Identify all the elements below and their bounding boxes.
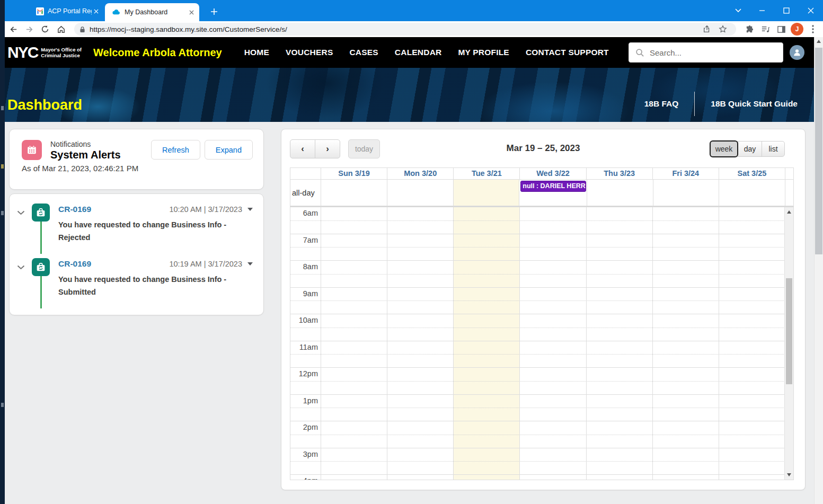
calendar-hour-row: 4pm — [290, 475, 785, 480]
calendar-grid-cell — [387, 288, 453, 314]
back-icon[interactable] — [5, 22, 21, 36]
expand-button[interactable]: Expand — [205, 140, 253, 160]
page-scrollbar[interactable] — [814, 37, 823, 504]
minimize-window-button[interactable] — [750, 0, 774, 21]
nav-item-home[interactable]: HOME — [244, 48, 269, 57]
calendar-scrollbar[interactable] — [784, 207, 793, 480]
bookmark-star-icon[interactable] — [715, 22, 731, 36]
calendar-event[interactable]: null : DARIEL HERR — [520, 181, 586, 192]
browser-menu-kebab-icon[interactable] — [805, 22, 821, 36]
calendar-grid-cell — [321, 421, 387, 448]
scrollbar-thumb[interactable] — [815, 48, 822, 254]
extensions-puzzle-icon[interactable] — [741, 22, 757, 36]
scroll-up-icon[interactable] — [817, 40, 821, 43]
calendar-grid-cell — [387, 395, 453, 421]
calendar-grid-cell — [719, 395, 785, 421]
page-title: Dashboard — [7, 97, 82, 113]
browser-titlebar: ACP Portal Registration My Dashboard — [0, 0, 823, 21]
browser-profile-avatar[interactable]: J — [789, 22, 805, 36]
address-bar[interactable]: https://mocj--staging.sandbox.my.site.co… — [74, 23, 736, 36]
calendar-day-header: Thu 3/23 — [586, 168, 652, 179]
tab-search-icon[interactable] — [728, 0, 749, 21]
link-18b-quick-start-guide[interactable]: 18B Quick Start Guide — [711, 99, 798, 109]
scrollbar-thumb[interactable] — [786, 278, 792, 384]
nav-item-contact-support[interactable]: CONTACT SUPPORT — [526, 48, 609, 57]
home-icon[interactable] — [53, 22, 69, 36]
calendar-grid-cell — [519, 207, 586, 234]
notifications-eyebrow: Notifications — [50, 140, 121, 148]
calendar-grid-cell — [719, 234, 785, 261]
calendar-grid-cell — [719, 448, 785, 475]
calendar-grid-cell — [586, 261, 652, 287]
calendar-grid-cell — [652, 207, 719, 234]
reload-icon[interactable] — [37, 22, 53, 36]
tab-my-dashboard[interactable]: My Dashboard — [105, 3, 199, 21]
calendar-grid-cell — [719, 341, 785, 368]
close-window-button[interactable] — [799, 0, 823, 21]
calendar-grid-cell — [321, 234, 387, 261]
nyc-mocj-logo[interactable]: NYC Mayor's Office of Criminal Justice — [7, 43, 82, 61]
calendar-view-week-button[interactable]: week — [710, 140, 738, 157]
url-text[interactable]: https://mocj--staging.sandbox.my.site.co… — [90, 25, 699, 33]
tab-title: My Dashboard — [125, 8, 187, 16]
tab-title: ACP Portal Registration — [48, 7, 92, 15]
calendar-grid-cell — [652, 288, 719, 314]
calendar-day-header: Tue 3/21 — [453, 168, 519, 179]
calendar-grid-cell — [586, 314, 652, 341]
maximize-window-button[interactable] — [774, 0, 799, 21]
row-actions-caret-icon[interactable] — [247, 262, 253, 266]
user-avatar-icon[interactable] — [790, 45, 804, 60]
tab-acp-portal[interactable]: ACP Portal Registration — [36, 4, 104, 19]
calendar-day-header: Fri 3/24 — [652, 168, 719, 179]
share-icon[interactable] — [699, 22, 715, 36]
calendar-hour-row: 1pm — [290, 395, 785, 422]
calendar-day-header-row: Sun 3/19Mon 3/20Tue 3/21Wed 3/22Thu 3/23… — [290, 167, 794, 180]
chevron-down-icon[interactable] — [17, 262, 30, 308]
calendar-grid-cell — [453, 288, 519, 314]
calendar-grid-cell — [586, 207, 652, 234]
new-tab-button[interactable] — [208, 5, 220, 18]
case-link[interactable]: CR-0169 — [58, 259, 91, 269]
calendar-view-day-button[interactable]: day — [738, 141, 762, 157]
calendar-day-header: Sun 3/19 — [321, 168, 387, 179]
search-input[interactable] — [650, 48, 776, 57]
calendar-grid-cell — [719, 475, 785, 480]
forward-icon[interactable] — [21, 22, 37, 36]
scroll-up-icon[interactable] — [787, 210, 791, 214]
calendar-grid-cell — [586, 368, 652, 394]
calendar-allday-cell — [453, 180, 519, 206]
side-panel-icon[interactable] — [773, 22, 789, 36]
close-tab-icon[interactable] — [92, 7, 101, 16]
allday-label: all-day — [290, 180, 321, 206]
chevron-down-icon[interactable] — [17, 208, 30, 254]
calendar-grid-cell — [519, 234, 586, 261]
calendar-view-list-button[interactable]: list — [762, 141, 785, 157]
calendar-grid-cell — [387, 234, 453, 261]
site-search-box[interactable] — [629, 42, 783, 63]
calendar-hour-row: 11am — [290, 341, 785, 368]
case-link[interactable]: CR-0169 — [58, 205, 91, 214]
calendar-allday-row: all-daynull : DARIEL HERR — [290, 180, 794, 206]
calendar-grid-cell — [719, 207, 785, 234]
calendar-hour-row: 6am — [290, 207, 785, 234]
time-label: 10am — [290, 314, 321, 341]
calendar-grid-cell — [387, 421, 453, 448]
calendar-day-header: Mon 3/20 — [387, 168, 453, 179]
nav-item-calendar[interactable]: CALENDAR — [395, 48, 442, 57]
calendar-grid-cell — [719, 261, 785, 287]
link-18b-faq[interactable]: 18B FAQ — [644, 99, 679, 109]
calendar-grid-cell — [321, 368, 387, 394]
calendar-grid-cell — [652, 395, 719, 421]
scroll-down-icon[interactable] — [787, 473, 791, 476]
nav-item-cases[interactable]: CASES — [349, 48, 378, 57]
refresh-button[interactable]: Refresh — [151, 140, 200, 160]
nav-item-vouchers[interactable]: VOUCHERS — [286, 48, 333, 57]
row-actions-caret-icon[interactable] — [247, 208, 253, 211]
calendar-grid-cell — [387, 341, 453, 368]
close-tab-icon[interactable] — [187, 8, 196, 17]
reading-list-icon[interactable] — [757, 22, 773, 36]
calendar-grid-cell — [321, 395, 387, 421]
site-header: NYC Mayor's Office of Criminal Justice W… — [0, 37, 814, 68]
nav-item-my-profile[interactable]: MY PROFILE — [458, 48, 509, 57]
notifications-calendar-icon — [22, 140, 42, 160]
